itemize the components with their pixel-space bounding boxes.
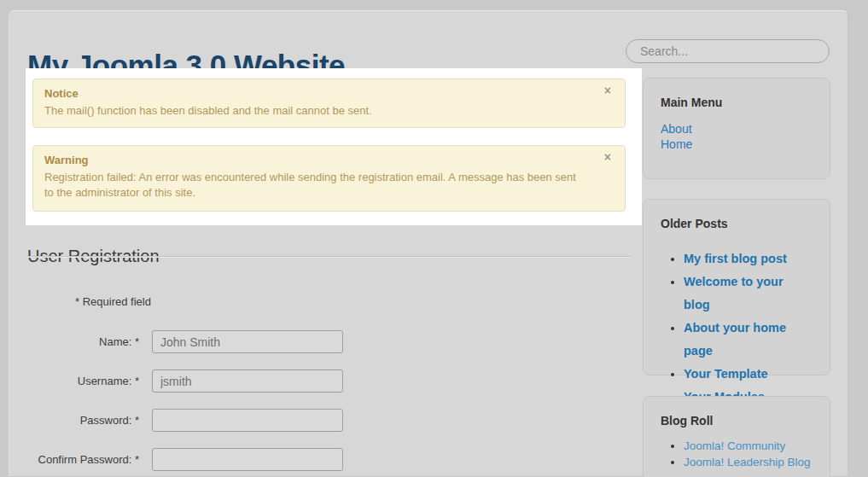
name-label: Name: * [27, 330, 152, 353]
alert-warning-message: Registration failed: An error was encoun… [44, 170, 578, 201]
sidebar-item-home[interactable]: Home [661, 137, 813, 152]
list-item: About your home page [684, 317, 813, 363]
name-field[interactable] [152, 330, 343, 353]
form-row-username: Username: * [27, 369, 343, 393]
main-menu-title: Main Menu [661, 96, 813, 109]
form-row-name: Name: * [27, 330, 343, 353]
link-welcome-to-your-blog[interactable]: Welcome to your blog [684, 275, 784, 311]
alert-notice: Notice The mail() function has been disa… [32, 79, 626, 128]
list-item: Joomla! Community [684, 438, 813, 454]
link-my-first-blog-post[interactable]: My first blog post [684, 252, 787, 265]
form-row-confirm-password: Confirm Password: * [27, 448, 343, 471]
alert-notice-message: The mail() function has been disabled an… [44, 103, 578, 119]
close-icon[interactable]: × [604, 84, 611, 96]
confirm-password-field[interactable] [152, 448, 343, 471]
older-posts-title: Older Posts [661, 217, 813, 230]
list-item: Joomla! Leadership Blog [684, 454, 813, 470]
module-main-menu: Main Menu About Home [643, 78, 830, 179]
alert-notice-title: Notice [44, 87, 578, 100]
username-field[interactable] [152, 369, 343, 393]
blog-roll-title: Blog Roll [661, 414, 813, 428]
link-joomla-community[interactable]: Joomla! Community [684, 439, 785, 452]
list-item: Welcome to your blog [684, 270, 813, 317]
alert-warning-title: Warning [44, 154, 578, 166]
confirm-password-label: Confirm Password: * [27, 448, 152, 471]
password-field[interactable] [152, 409, 343, 432]
list-item: My first blog post [684, 247, 813, 270]
form-row-password: Password: * [27, 409, 343, 432]
link-your-template[interactable]: Your Template [684, 367, 768, 381]
alert-warning: Warning Registration failed: An error wa… [32, 145, 626, 212]
username-label: Username: * [27, 369, 152, 393]
password-label: Password: * [27, 409, 152, 432]
link-about-your-home-page[interactable]: About your home page [684, 321, 786, 358]
close-icon[interactable]: × [604, 151, 611, 163]
module-older-posts: Older Posts My first blog post Welcome t… [643, 199, 830, 375]
search-input[interactable] [626, 39, 830, 63]
link-joomla-leadership-blog[interactable]: Joomla! Leadership Blog [684, 456, 811, 468]
module-blog-roll: Blog Roll Joomla! Community Joomla! Lead… [643, 396, 830, 477]
required-field-note: * Required field [75, 295, 151, 308]
heading-divider [27, 256, 632, 258]
sidebar-item-about[interactable]: About [661, 121, 813, 137]
list-item: Your Template [684, 363, 813, 386]
